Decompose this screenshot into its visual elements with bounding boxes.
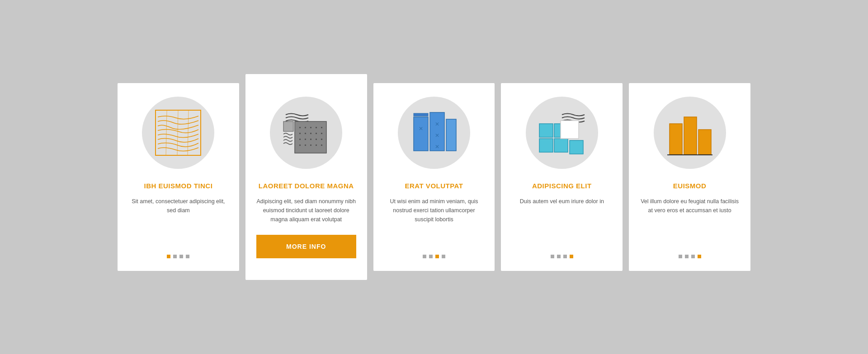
more-info-button[interactable]: MORE INFO xyxy=(256,235,356,258)
dot xyxy=(173,255,177,258)
dot xyxy=(186,255,189,258)
bars-orange-icon xyxy=(665,108,715,158)
svg-rect-19 xyxy=(321,139,322,140)
card-5: EUISMOD Vel illum dolore eu feugiat null… xyxy=(629,83,750,271)
svg-rect-9 xyxy=(321,127,322,128)
dot xyxy=(167,255,170,258)
svg-rect-38 xyxy=(561,121,579,139)
svg-rect-7 xyxy=(310,127,311,128)
svg-rect-42 xyxy=(698,130,711,154)
dot xyxy=(698,255,701,258)
card-4-text: Duis autem vel eum iriure dolor in xyxy=(520,197,604,244)
card-4-dots xyxy=(551,255,573,258)
svg-rect-40 xyxy=(670,124,682,154)
svg-text:✕: ✕ xyxy=(435,121,439,127)
card-2-text: Adipiscing elit, sed diam nonummy nibh e… xyxy=(256,197,356,224)
svg-rect-5 xyxy=(299,127,301,128)
dot xyxy=(691,255,695,258)
wood-icon xyxy=(153,108,203,158)
card-5-dots xyxy=(679,255,701,258)
svg-rect-12 xyxy=(310,133,311,134)
card-5-text: Vel illum dolore eu feugiat nulla facili… xyxy=(640,197,740,244)
card-3-dots xyxy=(423,255,445,258)
card-4-title: ADIPISCING ELIT xyxy=(532,182,592,191)
card-5-icon-circle xyxy=(654,97,726,169)
dot xyxy=(442,255,445,258)
svg-rect-39 xyxy=(570,140,583,154)
dot xyxy=(423,255,426,258)
svg-rect-11 xyxy=(305,133,306,134)
svg-line-1 xyxy=(166,110,167,155)
svg-rect-14 xyxy=(321,133,322,134)
svg-rect-37 xyxy=(554,139,568,152)
svg-rect-6 xyxy=(305,127,306,128)
svg-rect-25 xyxy=(283,121,293,131)
card-3-icon-circle: ✕ ✕ ✕ ✕ xyxy=(398,97,470,169)
dot xyxy=(179,255,183,258)
dot xyxy=(429,255,433,258)
svg-text:✕: ✕ xyxy=(435,132,439,139)
cards-container: IBH EUISMOD TINCI Sit amet, consectetuer… xyxy=(118,83,750,271)
svg-rect-41 xyxy=(684,117,697,154)
card-4-icon-circle xyxy=(526,97,598,169)
svg-text:✕: ✕ xyxy=(419,126,423,132)
svg-rect-36 xyxy=(539,139,553,152)
card-5-title: EUISMOD xyxy=(673,182,707,191)
svg-rect-17 xyxy=(310,139,311,140)
card-1-text: Sit amet, consectetuer adipiscing elit, … xyxy=(128,197,228,244)
dot xyxy=(557,255,561,258)
svg-rect-22 xyxy=(310,144,311,146)
tiles-cyan-icon xyxy=(537,108,587,158)
svg-rect-24 xyxy=(321,144,322,146)
tiles-blue-icon: ✕ ✕ ✕ ✕ xyxy=(409,108,459,158)
svg-rect-13 xyxy=(316,133,317,134)
dot xyxy=(563,255,567,258)
dot xyxy=(435,255,439,258)
card-2-icon-circle xyxy=(270,97,342,169)
svg-rect-4 xyxy=(295,121,326,153)
card-3: ✕ ✕ ✕ ✕ ERAT VOLUTPAT Ut wisi enim ad mi… xyxy=(373,83,495,271)
dot xyxy=(685,255,689,258)
svg-rect-34 xyxy=(539,124,553,137)
svg-rect-23 xyxy=(316,144,317,146)
svg-text:✕: ✕ xyxy=(435,144,439,150)
card-3-text: Ut wisi enim ad minim veniam, quis nostr… xyxy=(384,197,484,244)
card-4: ADIPISCING ELIT Duis autem vel eum iriur… xyxy=(501,83,623,271)
svg-rect-20 xyxy=(299,144,301,146)
card-1-dots xyxy=(167,255,189,258)
svg-rect-26 xyxy=(414,117,428,151)
tiles-gray-icon xyxy=(281,108,331,158)
svg-rect-15 xyxy=(299,139,301,140)
dot xyxy=(679,255,682,258)
card-2: LAOREET DOLORE MAGNA Adipiscing elit, se… xyxy=(245,74,367,280)
svg-rect-16 xyxy=(305,139,306,140)
svg-rect-28 xyxy=(414,113,428,116)
svg-rect-10 xyxy=(299,133,301,134)
card-1-title: IBH EUISMOD TINCI xyxy=(144,182,212,191)
svg-line-2 xyxy=(177,110,178,155)
card-1-icon-circle xyxy=(142,97,214,169)
card-3-title: ERAT VOLUTPAT xyxy=(405,182,463,191)
dot xyxy=(570,255,573,258)
svg-rect-18 xyxy=(316,139,317,140)
svg-rect-33 xyxy=(446,119,456,151)
dot xyxy=(551,255,554,258)
svg-rect-8 xyxy=(316,127,317,128)
svg-rect-21 xyxy=(305,144,306,146)
card-1: IBH EUISMOD TINCI Sit amet, consectetuer… xyxy=(118,83,239,271)
card-2-title: LAOREET DOLORE MAGNA xyxy=(259,182,354,191)
